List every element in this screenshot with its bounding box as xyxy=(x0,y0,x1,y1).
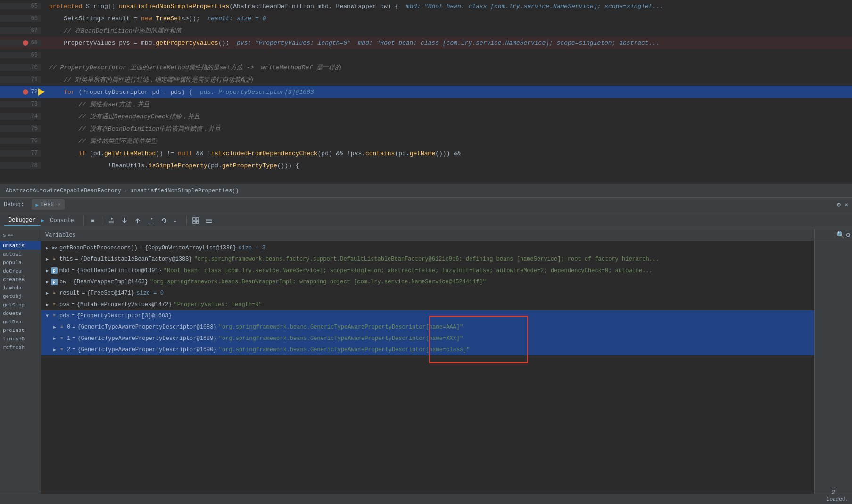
code-content-76: // 属性的类型不是简单类型 xyxy=(41,137,852,145)
code-content-74: // 没有通过DependencyCheck排除，并且 xyxy=(41,112,852,121)
toolbar-btn-layout[interactable] xyxy=(190,215,202,227)
var-icon-pds: ≡ xyxy=(51,313,58,319)
close-panel-icon[interactable]: ✕ xyxy=(844,201,848,208)
variables-list: ▶ oo getBeanPostProcessors() = {CopyOnWr… xyxy=(41,241,814,504)
loaded-area: loaded. xyxy=(815,241,852,504)
toolbar-btn-evaluate[interactable]: = xyxy=(171,215,183,227)
code-content-72: for (PropertyDescriptor pd : pds) { pds:… xyxy=(41,89,852,96)
close-tab-icon[interactable]: × xyxy=(58,202,61,207)
toolbar-btn-run-cursor[interactable] xyxy=(145,215,157,227)
var-row-pds-0[interactable]: ▶ ≡ 0 = {GenericTypeAwarePropertyDescrip… xyxy=(41,322,814,333)
var-row-mbd[interactable]: ▶ p mbd = {RootBeanDefinition@1391} "Roo… xyxy=(41,265,814,276)
settings-icon[interactable]: ⚙ xyxy=(837,201,841,208)
var-row-pds-1[interactable]: ▶ ≡ 1 = {GenericTypeAwarePropertyDescrip… xyxy=(41,333,814,344)
toolbar-btn-reset[interactable] xyxy=(158,215,170,227)
line-gutter-74: 74 xyxy=(0,113,41,120)
line-gutter-70: 70 xyxy=(0,64,41,71)
stack-item-getsing[interactable]: getSing xyxy=(0,301,41,309)
breadcrumb-method: unsatisfiedNonSimpleProperties() xyxy=(130,188,239,194)
stack-item-refresh[interactable]: refresh xyxy=(0,343,41,352)
toolbar-btn-step-into[interactable] xyxy=(118,215,131,227)
var-name-pds-0: 0 xyxy=(67,324,70,330)
var-value-pds: {PropertyDescriptor[3]@1683} xyxy=(77,313,172,319)
expand-getbeanpostprocessors[interactable]: ▶ xyxy=(43,244,51,252)
stack-item-docrea[interactable]: doCrea xyxy=(0,267,41,275)
var-icon-pds-1: ≡ xyxy=(58,335,65,342)
toolbar-btn-step-over[interactable] xyxy=(105,215,117,227)
stack-item-preinst[interactable]: preInst xyxy=(0,326,41,335)
stack-item-finishb[interactable]: finishB xyxy=(0,335,41,343)
stack-item-autowi[interactable]: autowi xyxy=(0,250,41,258)
var-name-mbd: mbd xyxy=(59,267,70,274)
var-row-pds-2[interactable]: ▶ ≡ 2 = {GenericTypeAwarePropertyDescrip… xyxy=(41,344,814,355)
stack-item-getbea[interactable]: getBea xyxy=(0,318,41,326)
svg-rect-5 xyxy=(206,219,212,220)
var-icon-pvs: ≡ xyxy=(51,301,58,308)
var-icon-result: ≡ xyxy=(51,290,58,297)
var-row-pvs[interactable]: ▶ ≡ pvs = {MutablePropertyValues@1472} "… xyxy=(41,299,814,310)
expand-mbd[interactable]: ▶ xyxy=(43,267,51,274)
tab-debugger[interactable]: Debugger xyxy=(4,215,41,226)
expand-pvs[interactable]: ▶ xyxy=(43,301,51,308)
variables-panel: Variables ▶ oo getBeanPostProcessors() =… xyxy=(41,229,814,504)
expand-pds-2[interactable]: ▶ xyxy=(51,346,58,354)
expand-pds-1[interactable]: ▶ xyxy=(51,335,58,342)
line-gutter-76: 76 xyxy=(0,138,41,144)
expand-bw[interactable]: ▶ xyxy=(43,278,51,286)
expand-result[interactable]: ▶ xyxy=(43,289,51,297)
code-line-74: 74 // 没有通过DependencyCheck排除，并且 xyxy=(0,110,852,123)
code-line-65: 65 protected String[] unsatisfiedNonSimp… xyxy=(0,0,852,12)
expand-pds[interactable]: ▼ xyxy=(43,312,51,320)
code-lines: 65 protected String[] unsatisfiedNonSimp… xyxy=(0,0,852,172)
line-gutter-77: 77 xyxy=(0,150,41,157)
breakpoint-68 xyxy=(23,40,28,46)
tab-console[interactable]: Console xyxy=(45,215,78,226)
code-line-69: 69 xyxy=(0,49,852,61)
var-icon-oo: oo xyxy=(51,245,58,251)
toolbar-btn-threads[interactable]: ≡ xyxy=(87,215,99,227)
svg-rect-2 xyxy=(196,218,199,220)
breadcrumb: AbstractAutowireCapableBeanFactory › uns… xyxy=(0,184,852,197)
toolbar-btn-more[interactable] xyxy=(203,215,215,227)
var-value-pds-1: {GenericTypeAwarePropertyDescriptor@1689… xyxy=(77,335,216,342)
code-line-72: 72 for (PropertyDescriptor pd : pds) { p… xyxy=(0,86,852,98)
breadcrumb-separator: › xyxy=(124,188,127,194)
right-panel-top: 🔍 ⚙ xyxy=(815,229,852,241)
var-value-getbeanpostprocessors: {CopyOnWriteArrayList@1389} xyxy=(145,245,236,251)
svg-rect-4 xyxy=(196,221,199,223)
stack-item-createb[interactable]: createB xyxy=(0,275,41,284)
line-gutter-67: 67 xyxy=(0,27,41,34)
variables-header: Variables xyxy=(41,229,814,241)
svg-rect-7 xyxy=(206,222,212,223)
stack-item-unsatis[interactable]: unsatis xyxy=(0,241,41,250)
var-row-bw[interactable]: ▶ p bw = {BeanWrapperImpl@1463} "org.spr… xyxy=(41,276,814,288)
call-stack-list: unsatis autowi popula doCrea createB lam… xyxy=(0,241,41,504)
debug-content: s ≡≡ unsatis autowi popula doCrea create… xyxy=(0,229,852,504)
debug-tab-test[interactable]: ▶ Test × xyxy=(32,199,65,210)
var-name-pvs: pvs xyxy=(59,301,70,308)
search-icon-right[interactable]: 🔍 xyxy=(836,231,844,239)
settings-icon-right[interactable]: ⚙ xyxy=(846,231,850,239)
var-row-getbeanpostprocessors[interactable]: ▶ oo getBeanPostProcessors() = {CopyOnWr… xyxy=(41,242,814,254)
expand-this[interactable]: ▶ xyxy=(43,256,51,263)
var-value-pds-2: {GenericTypeAwarePropertyDescriptor@1690… xyxy=(77,347,216,353)
line-gutter-71: 71 xyxy=(0,76,41,83)
stack-item-getobj[interactable]: getObj xyxy=(0,292,41,301)
line-gutter-78: 78 xyxy=(0,162,41,169)
expand-pds-0[interactable]: ▶ xyxy=(51,323,58,331)
code-content-66: Set<String> result = new TreeSet<>(); re… xyxy=(41,15,852,22)
stack-item-lambda[interactable]: lambda xyxy=(0,284,41,292)
stack-item-dogetb[interactable]: doGetB xyxy=(0,309,41,318)
line-gutter-73: 73 xyxy=(0,101,41,107)
code-line-73: 73 // 属性有set方法，并且 xyxy=(0,98,852,110)
var-name-this: this xyxy=(59,256,73,263)
toolbar-btn-step-out[interactable] xyxy=(132,215,144,227)
console-area: ▶ Console xyxy=(41,215,79,226)
stack-item-popula[interactable]: popula xyxy=(0,258,41,267)
var-row-this[interactable]: ▶ ≡ this = {DefaultListableBeanFactory@1… xyxy=(41,254,814,265)
svg-rect-6 xyxy=(206,220,212,221)
line-gutter-65: 65 xyxy=(0,3,41,9)
right-panel: 🔍 ⚙ loaded. xyxy=(814,229,852,504)
var-row-pds[interactable]: ▼ ≡ pds = {PropertyDescriptor[3]@1683} xyxy=(41,310,814,322)
var-row-result[interactable]: ▶ ≡ result = {TreeSet@1471} size = 0 xyxy=(41,288,814,299)
